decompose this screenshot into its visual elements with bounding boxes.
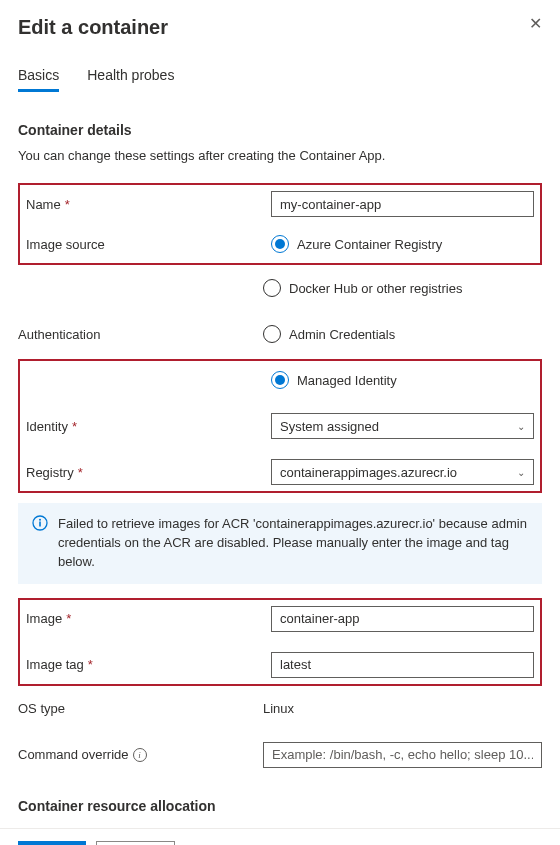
label-name: Name <box>26 197 61 212</box>
registry-select[interactable]: containerappimages.azurecr.io ⌄ <box>271 459 534 485</box>
cancel-button[interactable]: Cancel <box>96 841 174 845</box>
image-input[interactable] <box>271 606 534 632</box>
info-icon <box>32 515 48 572</box>
required-marker: * <box>65 197 70 212</box>
svg-point-1 <box>39 519 41 521</box>
tabs: Basics Health probes <box>18 67 542 92</box>
radio-mi-label[interactable]: Managed Identity <box>297 373 397 388</box>
os-type-value: Linux <box>263 701 294 716</box>
label-image-tag: Image tag <box>26 657 84 672</box>
label-image: Image <box>26 611 62 626</box>
name-input[interactable] <box>271 191 534 217</box>
save-button[interactable]: Save <box>18 841 86 845</box>
label-image-source: Image source <box>26 237 105 252</box>
panel-title: Edit a container <box>18 16 168 39</box>
label-identity: Identity <box>26 419 68 434</box>
registry-select-value: containerappimages.azurecr.io <box>280 465 457 480</box>
radio-acr-label[interactable]: Azure Container Registry <box>297 237 442 252</box>
info-icon[interactable]: i <box>133 748 147 762</box>
info-message-text: Failed to retrieve images for ACR 'conta… <box>58 515 528 572</box>
label-registry: Registry <box>26 465 74 480</box>
panel-header: Edit a container ✕ <box>18 16 542 39</box>
highlight-name-source: Name* Image source Azure Container Regis… <box>18 183 542 265</box>
radio-docker-label[interactable]: Docker Hub or other registries <box>289 281 462 296</box>
chevron-down-icon: ⌄ <box>517 467 525 478</box>
section-details-desc: You can change these settings after crea… <box>18 148 542 163</box>
radio-managed-identity[interactable] <box>271 371 289 389</box>
identity-select-value: System assigned <box>280 419 379 434</box>
radio-admin-cred[interactable] <box>263 325 281 343</box>
label-authentication: Authentication <box>18 327 100 342</box>
radio-docker[interactable] <box>263 279 281 297</box>
required-marker: * <box>66 611 71 626</box>
required-marker: * <box>78 465 83 480</box>
label-os-type: OS type <box>18 701 65 716</box>
required-marker: * <box>72 419 77 434</box>
radio-acr[interactable] <box>271 235 289 253</box>
command-override-input[interactable] <box>263 742 542 768</box>
highlight-image-tag: Image* Image tag* <box>18 598 542 686</box>
identity-select[interactable]: System assigned ⌄ <box>271 413 534 439</box>
required-marker: * <box>88 657 93 672</box>
section-container-details: Container details <box>18 122 542 138</box>
info-message: Failed to retrieve images for ACR 'conta… <box>18 503 542 584</box>
svg-rect-2 <box>39 522 41 527</box>
close-icon[interactable]: ✕ <box>529 16 542 32</box>
highlight-managed-identity: Managed Identity Identity* System assign… <box>18 359 542 493</box>
section-resource-allocation: Container resource allocation <box>18 798 542 814</box>
image-tag-input[interactable] <box>271 652 534 678</box>
label-command-override: Command override <box>18 747 129 762</box>
chevron-down-icon: ⌄ <box>517 421 525 432</box>
tab-basics[interactable]: Basics <box>18 67 59 92</box>
panel-footer: Save Cancel <box>0 828 560 845</box>
radio-admin-label[interactable]: Admin Credentials <box>289 327 395 342</box>
tab-health-probes[interactable]: Health probes <box>87 67 174 92</box>
